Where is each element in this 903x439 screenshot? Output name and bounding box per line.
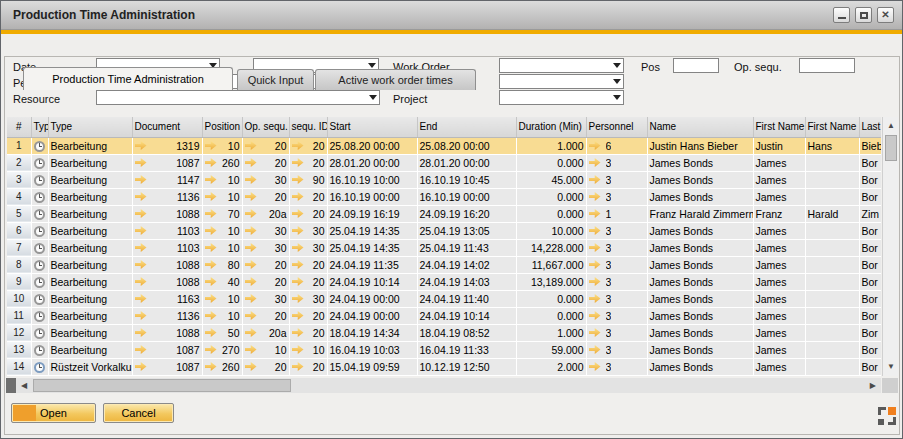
link-arrow-icon[interactable]	[135, 294, 147, 303]
link-arrow-icon[interactable]	[292, 277, 304, 286]
cell-name[interactable]: Justin Hans Bieber	[647, 137, 753, 154]
title-bar[interactable]: Production Time Administration ✕	[1, 1, 902, 30]
cell-position[interactable]: 10	[202, 307, 242, 324]
pos-input[interactable]	[673, 58, 719, 73]
column-header-start[interactable]: Start	[327, 117, 417, 137]
column-header-end[interactable]: End	[417, 117, 516, 137]
cell-document[interactable]: 1136	[132, 307, 202, 324]
cell-op_sequ[interactable]: 20a	[242, 324, 289, 341]
cell-position[interactable]: 10	[202, 222, 242, 239]
table-row[interactable]: 2Bearbeitung1087260202028.01.20 00:0028.…	[7, 154, 881, 171]
link-arrow-icon[interactable]	[589, 141, 601, 150]
cell-last[interactable]: Bor	[859, 222, 881, 239]
link-arrow-icon[interactable]	[292, 175, 304, 184]
link-arrow-icon[interactable]	[135, 277, 147, 286]
cell-personnel[interactable]: 3	[586, 222, 647, 239]
cell-op_sequ[interactable]: 20	[242, 273, 289, 290]
cell-duration[interactable]: 0.000	[516, 188, 586, 205]
cell-last[interactable]: Zim	[859, 205, 881, 222]
cell-personnel[interactable]: 3	[586, 188, 647, 205]
project-select[interactable]	[499, 90, 624, 105]
link-arrow-icon[interactable]	[135, 328, 147, 337]
cell-sequ_id[interactable]: 30	[289, 239, 327, 256]
cell-op_sequ[interactable]: 20a	[242, 205, 289, 222]
column-header-personnel[interactable]: Personnel	[586, 117, 647, 137]
cell-typ[interactable]	[31, 239, 48, 256]
table-row[interactable]: 3Bearbeitung114710309016.10.19 10:0016.1…	[7, 171, 881, 188]
maximize-button[interactable]	[855, 7, 872, 23]
cell-document[interactable]: 1088	[132, 205, 202, 222]
link-arrow-icon[interactable]	[135, 260, 147, 269]
link-arrow-icon[interactable]	[292, 345, 304, 354]
cell-last[interactable]: Bor	[859, 273, 881, 290]
scroll-down-icon[interactable]: ▼	[887, 363, 895, 371]
cell-document[interactable]: 1319	[132, 137, 202, 154]
cell-start[interactable]: 24.04.19 00:00	[327, 290, 417, 307]
cell-end[interactable]: 24.04.19 14:03	[417, 273, 516, 290]
cell-end[interactable]: 16.10.19 00:00	[417, 188, 516, 205]
cell-start[interactable]: 24.04.19 10:14	[327, 273, 417, 290]
link-arrow-icon[interactable]	[245, 260, 257, 269]
cell-op_sequ[interactable]: 20	[242, 307, 289, 324]
cell-end[interactable]: 28.01.20 00:00	[417, 154, 516, 171]
cell-start[interactable]: 15.04.19 09:59	[327, 358, 417, 375]
cell-end[interactable]: 16.04.19 11:33	[417, 341, 516, 358]
column-header-last[interactable]: Last	[859, 117, 881, 137]
cell-document[interactable]: 1088	[132, 324, 202, 341]
cell-end[interactable]: 10.12.19 12:50	[417, 358, 516, 375]
cell-duration[interactable]: 59.000	[516, 341, 586, 358]
cell-first_name_2[interactable]: Harald	[805, 205, 859, 222]
cell-first_name_2[interactable]	[805, 341, 859, 358]
cell-personnel[interactable]: 3	[586, 239, 647, 256]
cell-op_sequ[interactable]: 20	[242, 188, 289, 205]
cell-op_sequ[interactable]: 20	[242, 154, 289, 171]
column-header-typ[interactable]: Typ	[31, 117, 48, 137]
cell-typ[interactable]	[31, 341, 48, 358]
link-arrow-icon[interactable]	[205, 175, 217, 184]
cell-last[interactable]: Bor	[859, 171, 881, 188]
cell-start[interactable]: 24.09.19 16:19	[327, 205, 417, 222]
cell-position[interactable]: 70	[202, 205, 242, 222]
cell-name[interactable]: James Bonds	[647, 273, 753, 290]
cell-position[interactable]: 10	[202, 137, 242, 154]
cell-sequ_id[interactable]: 10	[289, 341, 327, 358]
cell-num[interactable]: 11	[7, 307, 31, 324]
link-arrow-icon[interactable]	[245, 294, 257, 303]
cell-op_sequ[interactable]: 30	[242, 222, 289, 239]
cell-document[interactable]: 1087	[132, 358, 202, 375]
table-row[interactable]: 12Bearbeitung10885020a2018.04.19 14:3418…	[7, 324, 881, 341]
cell-type[interactable]: Bearbeitung	[48, 341, 132, 358]
column-header-type[interactable]: Type	[48, 117, 132, 137]
link-arrow-icon[interactable]	[205, 243, 217, 252]
cell-type[interactable]: Rüstzeit Vorkalku	[48, 358, 132, 375]
cell-personnel[interactable]: 3	[586, 154, 647, 171]
cell-type[interactable]: Bearbeitung	[48, 307, 132, 324]
cell-sequ_id[interactable]: 20	[289, 154, 327, 171]
cell-typ[interactable]	[31, 358, 48, 375]
table-row[interactable]: 4Bearbeitung113610202016.10.19 00:0016.1…	[7, 188, 881, 205]
link-arrow-icon[interactable]	[245, 345, 257, 354]
link-arrow-icon[interactable]	[245, 277, 257, 286]
cell-first_name[interactable]: James	[753, 188, 805, 205]
column-header-sequ_id[interactable]: sequ. ID	[289, 117, 327, 137]
cell-end[interactable]: 24.04.19 10:14	[417, 307, 516, 324]
table-row[interactable]: 1Bearbeitung131910202025.08.20 00:0025.0…	[7, 137, 881, 154]
cell-start[interactable]: 28.01.20 00:00	[327, 154, 417, 171]
cell-type[interactable]: Bearbeitung	[48, 273, 132, 290]
vertical-scroll-thumb[interactable]	[885, 135, 897, 161]
cell-position[interactable]: 10	[202, 171, 242, 188]
horizontal-scrollbar[interactable]: ◀ ▶	[6, 378, 881, 393]
cell-position[interactable]: 50	[202, 324, 242, 341]
cell-end[interactable]: 24.09.19 16:20	[417, 205, 516, 222]
table-row[interactable]: 6Bearbeitung110310303025.04.19 14:3525.0…	[7, 222, 881, 239]
link-arrow-icon[interactable]	[205, 294, 217, 303]
cell-end[interactable]: 24.04.19 14:02	[417, 256, 516, 273]
column-header-position[interactable]: Position	[202, 117, 242, 137]
column-header-name[interactable]: Name	[647, 117, 753, 137]
link-arrow-icon[interactable]	[589, 192, 601, 201]
cell-num[interactable]: 14	[7, 358, 31, 375]
cell-personnel[interactable]: 3	[586, 341, 647, 358]
cell-position[interactable]: 270	[202, 341, 242, 358]
cell-duration[interactable]: 11,667.000	[516, 256, 586, 273]
cell-first_name[interactable]: James	[753, 307, 805, 324]
